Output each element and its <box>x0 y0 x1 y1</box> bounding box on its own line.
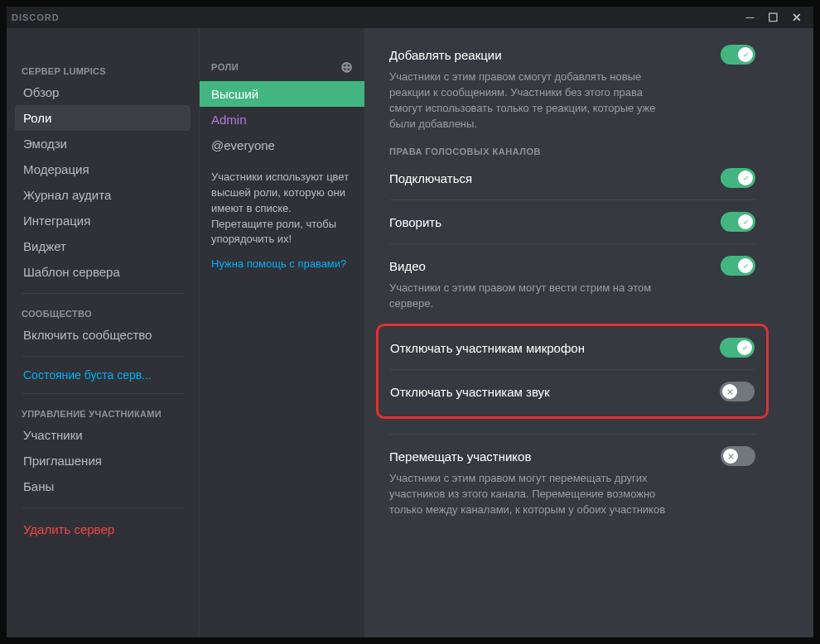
nav-delete-server[interactable]: Удалить сервер <box>15 517 191 542</box>
perm-add-reactions-title: Добавлять реакции <box>389 48 502 62</box>
sidebar-settings: СЕРВЕР LUMPICS Обзор Роли Эмодзи Модерац… <box>7 28 199 637</box>
perm-add-reactions: Добавлять реакции Участники с этим право… <box>389 45 755 132</box>
perm-divider <box>389 199 755 200</box>
perm-connect-toggle[interactable] <box>721 168 755 188</box>
perm-connect-title: Подключаться <box>389 171 472 185</box>
titlebar: DISCORD ─ ☐ ✕ <box>7 7 813 28</box>
nav-roles[interactable]: Роли <box>15 105 191 131</box>
perm-add-reactions-toggle[interactable] <box>721 45 755 65</box>
perm-add-reactions-desc: Участники с этим правом смогут добавлять… <box>389 70 671 132</box>
perm-connect: Подключаться <box>389 168 755 188</box>
roles-header-label: РОЛИ <box>211 62 239 72</box>
sidebar-divider <box>22 507 184 508</box>
roles-column: РОЛИ ⊕ Высший Admin @everyone Участники … <box>199 28 364 637</box>
roles-help-link[interactable]: Нужна помощь с правами? <box>200 252 364 275</box>
nav-overview[interactable]: Обзор <box>15 79 191 105</box>
content-area: СЕРВЕР LUMPICS Обзор Роли Эмодзи Модерац… <box>7 28 813 637</box>
sidebar-divider <box>22 393 184 394</box>
nav-widget[interactable]: Виджет <box>15 233 191 259</box>
nav-bans[interactable]: Баны <box>15 473 191 499</box>
perm-move-members-desc: Участники с этим правом могут перемещать… <box>389 471 671 518</box>
perm-video: Видео Участники с этим правом могут вест… <box>389 256 755 312</box>
server-section-label: СЕРВЕР LUMPICS <box>15 60 191 79</box>
perm-speak: Говорить <box>389 212 755 232</box>
window-close-button[interactable]: ✕ <box>785 7 808 28</box>
perm-divider <box>390 369 755 370</box>
perm-deafen-members-toggle[interactable] <box>720 382 755 401</box>
app-window: DISCORD ─ ☐ ✕ ✕ ESC СЕРВЕР LUMPICS Обзор… <box>7 7 813 637</box>
perm-video-desc: Участники с этим правом могут вести стри… <box>389 281 671 312</box>
add-role-button[interactable]: ⊕ <box>340 60 354 74</box>
perm-deafen-members: Отключать участникам звук <box>390 382 755 401</box>
roles-header: РОЛИ ⊕ <box>200 60 364 81</box>
members-section-label: УПРАВЛЕНИЕ УЧАСТНИКАМИ <box>15 402 191 422</box>
perm-mute-members: Отключать участникам микрофон <box>390 338 755 358</box>
perm-move-members-toggle[interactable] <box>721 446 755 466</box>
perm-move-members: Перемещать участников Участники с этим п… <box>389 446 755 518</box>
nav-members[interactable]: Участники <box>15 422 191 448</box>
brand-label: DISCORD <box>12 12 60 22</box>
voice-permissions-label: ПРАВА ГОЛОСОВЫХ КАНАЛОВ <box>389 147 755 156</box>
perm-move-members-title: Перемещать участников <box>389 449 531 464</box>
nav-boost-status[interactable]: Состояние буста серв... <box>15 365 191 385</box>
permissions-panel: Добавлять реакции Участники с этим право… <box>364 28 813 637</box>
highlighted-permissions: Отключать участникам микрофон Отключать … <box>376 324 769 419</box>
perm-video-title: Видео <box>389 259 426 273</box>
nav-audit-log[interactable]: Журнал аудита <box>15 182 191 208</box>
sidebar-divider <box>22 356 184 357</box>
perm-video-toggle[interactable] <box>721 256 755 276</box>
perm-divider <box>389 434 755 435</box>
perm-speak-toggle[interactable] <box>721 212 755 232</box>
window-maximize-button[interactable]: ☐ <box>762 7 785 28</box>
nav-integrations[interactable]: Интеграция <box>15 208 191 233</box>
sidebar-divider <box>22 293 184 294</box>
nav-template[interactable]: Шаблон сервера <box>15 259 191 285</box>
nav-moderation[interactable]: Модерация <box>15 156 191 182</box>
window-minimize-button[interactable]: ─ <box>739 7 762 28</box>
roles-hint-text: Участники используют цвет высшей роли, к… <box>200 158 364 252</box>
perm-divider <box>389 243 755 244</box>
community-section-label: СООБЩЕСТВО <box>15 302 191 322</box>
role-item-admin[interactable]: Admin <box>200 107 364 132</box>
nav-invites[interactable]: Приглашения <box>15 448 191 473</box>
nav-enable-community[interactable]: Включить сообщество <box>15 322 191 348</box>
nav-emoji[interactable]: Эмодзи <box>15 131 191 156</box>
perm-speak-title: Говорить <box>389 215 441 229</box>
perm-mute-members-title: Отключать участникам микрофон <box>390 341 585 355</box>
perm-mute-members-toggle[interactable] <box>720 338 755 358</box>
role-item-highest[interactable]: Высший <box>200 81 364 107</box>
role-item-everyone[interactable]: @everyone <box>200 132 364 158</box>
perm-deafen-members-title: Отключать участникам звук <box>390 385 550 399</box>
